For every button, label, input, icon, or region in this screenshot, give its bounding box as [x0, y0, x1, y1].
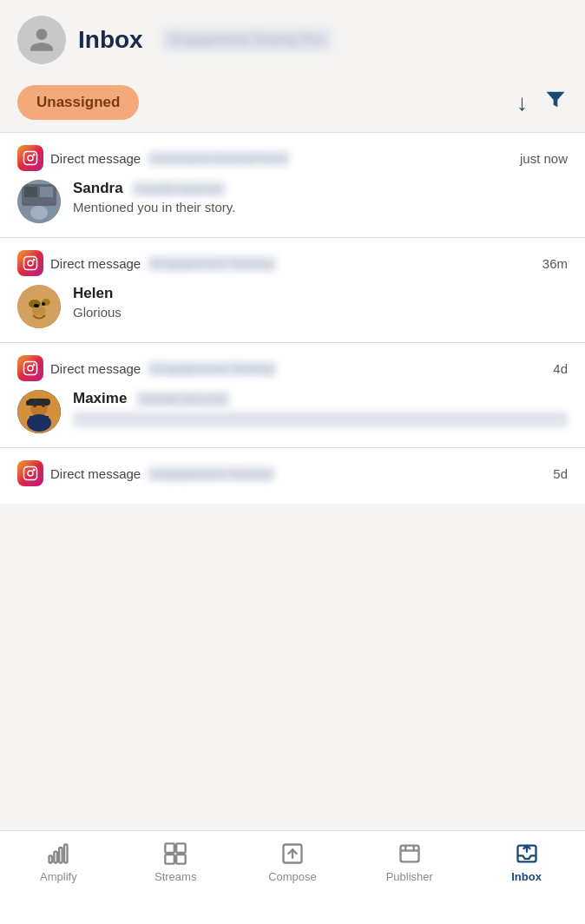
svg-rect-38: [176, 855, 186, 864]
message-type: Direct message: [50, 256, 141, 271]
page-title: Inbox: [78, 26, 143, 54]
svg-rect-25: [30, 416, 49, 421]
message-preview: Glorious: [73, 305, 568, 320]
message-type: Direct message: [50, 361, 141, 376]
header: Inbox Engagement Testing Pro: [0, 0, 585, 76]
sender-avatar-maxime: [17, 390, 61, 433]
svg-point-15: [34, 304, 39, 307]
nav-item-amplify[interactable]: Amplify: [0, 842, 117, 883]
svg-point-1: [28, 155, 33, 161]
header-subtitle: Engagement Testing Pro: [162, 29, 332, 51]
svg-point-29: [28, 471, 33, 476]
nav-label-compose: Compose: [268, 870, 317, 883]
message-time: 4d: [553, 361, 568, 376]
message-meta-left: Direct message Engagement Testing: [17, 355, 277, 381]
message-item[interactable]: Direct message username blurred here jus…: [0, 133, 585, 237]
ig-camera-icon: [23, 150, 38, 166]
nav-item-compose[interactable]: Compose: [234, 842, 352, 883]
nav-item-publisher[interactable]: Publisher: [351, 842, 468, 883]
svg-rect-28: [24, 467, 37, 480]
svg-point-27: [42, 404, 45, 407]
instagram-icon: [17, 250, 43, 276]
message-meta-left: Direct message engagement Testing: [17, 460, 275, 486]
sort-icon[interactable]: ↓: [516, 89, 528, 116]
svg-rect-32: [55, 852, 58, 863]
message-content: Maxime handle blurred: [73, 390, 568, 427]
message-body: Maxime handle blurred: [17, 390, 568, 433]
funnel-icon: [543, 88, 568, 112]
svg-point-2: [33, 154, 35, 155]
svg-rect-22: [28, 399, 50, 406]
svg-point-9: [28, 261, 33, 266]
publisher-icon: [398, 842, 422, 866]
message-account: username blurred here: [148, 151, 290, 166]
ig-camera-icon: [23, 465, 38, 481]
message-preview: Mentioned you in their story.: [73, 200, 568, 214]
sender-avatar-helen: [17, 285, 61, 328]
sender-name: Helen: [73, 285, 113, 301]
message-content: Sandra handle blurred Mentioned you in t…: [73, 180, 568, 214]
amplify-icon: [46, 842, 70, 866]
message-item[interactable]: Direct message Engagement Testing 36m He…: [0, 238, 585, 342]
message-preview-blurred: [73, 412, 568, 427]
bottom-nav: Amplify Streams Compose Publisher: [0, 830, 585, 924]
filter-bar: Unassigned ↓: [0, 76, 585, 132]
svg-rect-37: [166, 855, 175, 864]
nav-item-inbox[interactable]: Inbox: [468, 842, 585, 883]
message-body: Helen Glorious: [17, 285, 568, 328]
sender-name-row: Maxime handle blurred: [73, 390, 568, 407]
svg-rect-34: [64, 845, 68, 863]
nav-item-streams[interactable]: Streams: [117, 842, 234, 883]
svg-point-10: [33, 259, 35, 261]
svg-rect-8: [24, 257, 37, 270]
sandra-avatar-img: [17, 180, 61, 223]
svg-point-16: [42, 302, 45, 306]
svg-rect-35: [166, 843, 175, 853]
message-type: Direct message: [50, 151, 141, 166]
maxime-avatar-img: [17, 390, 61, 433]
message-meta-left: Direct message Engagement Testing: [17, 250, 277, 276]
user-icon: [28, 26, 56, 54]
message-time: just now: [520, 151, 568, 166]
sender-handle: handle blurred: [136, 392, 230, 406]
streams-icon: [163, 842, 187, 866]
svg-rect-6: [40, 187, 53, 197]
nav-label-amplify: Amplify: [40, 870, 77, 883]
sender-name: Maxime: [73, 390, 127, 406]
message-time: 5d: [553, 466, 568, 481]
helen-avatar-img: [17, 285, 61, 328]
svg-rect-0: [24, 152, 37, 165]
message-account: Engagement Testing: [148, 256, 277, 271]
message-meta: Direct message username blurred here jus…: [17, 145, 568, 171]
svg-rect-23: [26, 400, 30, 406]
sender-name: Sandra: [73, 180, 123, 196]
compose-icon: [280, 842, 305, 866]
message-item[interactable]: Direct message Engagement Testing 4d Max…: [0, 343, 585, 447]
svg-rect-17: [24, 362, 37, 375]
message-time: 36m: [542, 256, 568, 271]
sender-name-row: Sandra handle blurred: [73, 180, 568, 197]
svg-rect-31: [49, 855, 53, 862]
filter-icon[interactable]: [543, 88, 568, 118]
message-content: Helen Glorious: [73, 285, 568, 320]
ig-camera-icon: [23, 360, 38, 376]
message-body: Sandra handle blurred Mentioned you in t…: [17, 180, 568, 223]
svg-point-19: [33, 364, 35, 366]
svg-rect-36: [176, 843, 186, 853]
svg-rect-40: [400, 846, 418, 862]
sender-name-row: Helen: [73, 285, 568, 302]
message-meta-left: Direct message username blurred here: [17, 145, 290, 171]
ig-camera-icon: [23, 255, 38, 271]
svg-rect-5: [24, 187, 37, 197]
nav-label-publisher: Publisher: [386, 870, 433, 883]
message-meta: Direct message Engagement Testing 36m: [17, 250, 568, 276]
message-item-partial[interactable]: Direct message engagement Testing 5d: [0, 448, 585, 504]
svg-point-26: [33, 404, 36, 407]
nav-label-streams: Streams: [154, 870, 196, 883]
message-meta: Direct message engagement Testing 5d: [17, 460, 568, 486]
svg-point-14: [32, 306, 46, 316]
svg-point-18: [28, 366, 33, 371]
unassigned-button[interactable]: Unassigned: [17, 85, 139, 120]
sender-handle: handle blurred: [132, 182, 226, 196]
svg-point-30: [33, 469, 35, 471]
